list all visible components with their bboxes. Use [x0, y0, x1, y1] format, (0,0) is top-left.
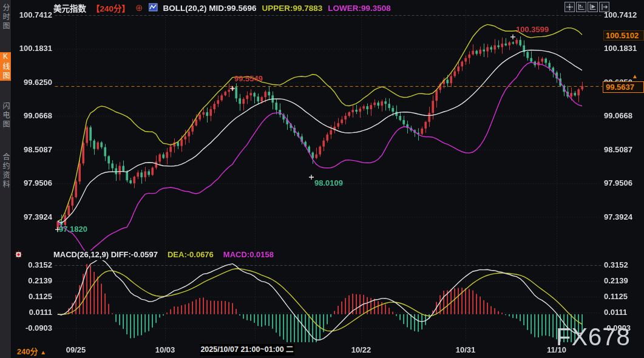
price-tick-right: 98.5087 [604, 145, 643, 155]
price-tick-left: 99.0668 [13, 111, 52, 121]
macd-tick-left: 0.1125 [13, 292, 52, 302]
date-tick: 09/25 [50, 345, 101, 354]
boll-upper-legend: UPPER:99.7883 [262, 4, 322, 13]
boll-lower-legend: LOWER:99.3508 [328, 4, 391, 13]
chart-toolbar [564, 2, 609, 12]
watermark: FX678 [556, 323, 631, 351]
price-tick-right: 97.9506 [604, 178, 643, 188]
macd-diff-legend: MACD(26,12,9) DIFF:-0.0597 [53, 250, 158, 259]
add-indicator-icon[interactable]: ⊕ [135, 4, 143, 12]
sidebar-tab-1[interactable]: 分时图 [0, 4, 11, 31]
annotation-band-low: 98.0109 [314, 178, 343, 187]
macd-legend: MACD(26,12,9) DIFF:-0.0597 DEA:-0.0676 M… [53, 250, 274, 259]
price-tick-left: 97.3924 [13, 212, 52, 222]
price-tick-right: 100.7412 [604, 10, 643, 20]
period-selector[interactable]: 240分 ▲ [17, 345, 46, 357]
annotation-swing-high: 99.5549 [234, 74, 263, 83]
macd-tick-left: 0.3152 [13, 260, 52, 270]
axis-play-icon[interactable] [588, 2, 598, 12]
last-price-box: 99.5637 [603, 81, 644, 93]
period-label[interactable]: 【240分】 [92, 2, 130, 14]
sidebar-tab-3[interactable]: 闪电图 [0, 102, 11, 129]
price-tick-right: 99.0668 [604, 111, 643, 121]
boll-legend: BOLL(20,2) MID:99.5696 [163, 4, 257, 13]
axis-zoom-icon[interactable] [576, 2, 586, 12]
price-tick-left: 100.7412 [13, 10, 52, 20]
price-tick-right: 97.3924 [604, 212, 643, 222]
macd-tick-right: 0.1125 [604, 292, 643, 302]
sidebar: 分时图K线图闪电图合约资料 [0, 0, 12, 358]
macd-tick-left: -0.0903 [13, 323, 52, 333]
macd-tick-right: 0.3152 [604, 260, 643, 270]
annotation-visible-low: 97.1820 [59, 225, 87, 234]
axis-high-label: 100.5102 [603, 30, 644, 41]
period-caret-icon: ▲ [40, 349, 46, 356]
hovered-candle-datetime: 2025/10/07 21:00~01:00 二 [200, 344, 294, 356]
date-tick: 10/31 [440, 345, 491, 354]
price-tick-left: 100.1831 [13, 44, 52, 53]
period-text: 240分 [17, 347, 38, 356]
macd-tick-left: 0.0111 [13, 308, 52, 317]
chart-app: 分时图K线图闪电图合约资料 美元指数 【240分】 ⊕ BOLL(20,2) M… [0, 0, 644, 358]
move-crosshair-icon[interactable] [564, 2, 575, 12]
price-tick-left: 98.5087 [13, 145, 52, 155]
date-tick: 10/22 [336, 345, 387, 354]
price-tick-left: 97.9506 [13, 178, 52, 188]
sidebar-tab-2[interactable]: K线图 [0, 52, 11, 81]
macd-value-legend: MACD:0.0158 [223, 250, 274, 259]
chart-legend: 美元指数 【240分】 ⊕ BOLL(20,2) MID:99.5696 UPP… [53, 2, 391, 13]
annotation-visible-high: 100.3599 [516, 25, 549, 34]
macd-tick-right: 0.2139 [604, 276, 643, 286]
date-tick: 10/03 [140, 345, 191, 354]
alert-indicator-icon[interactable] [15, 250, 22, 261]
chart-type-icon[interactable] [149, 3, 158, 13]
macd-tick-left: 0.2139 [13, 276, 52, 286]
jump-to-latest-icon[interactable]: ▲ [632, 73, 638, 79]
price-tick-right: 100.1831 [604, 44, 643, 53]
price-tick-left: 99.6250 [13, 78, 52, 87]
exit-chart-icon[interactable] [599, 2, 609, 12]
macd-tick-right: 0.0111 [604, 308, 643, 317]
sidebar-tab-4[interactable]: 合约资料 [0, 153, 11, 189]
instrument-name: 美元指数 [53, 2, 86, 14]
macd-dea-legend: DEA:-0.0676 [168, 250, 214, 259]
